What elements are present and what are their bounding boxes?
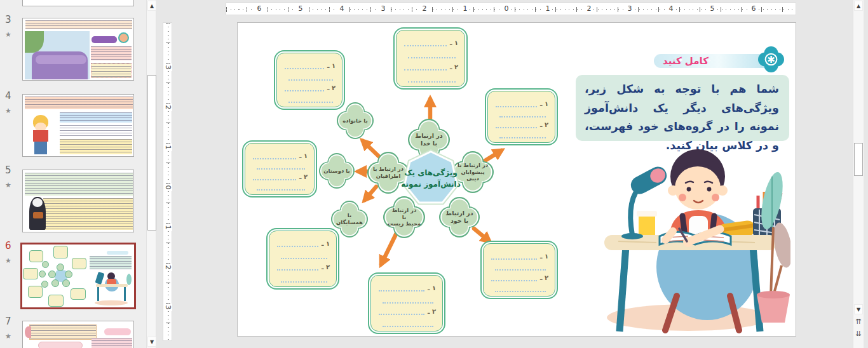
- v-ruler-label: 2: [163, 104, 172, 111]
- thumbnail-art: [48, 271, 56, 278]
- dotted-blank: [499, 131, 546, 138]
- slide-4-thumbnail[interactable]: [22, 94, 134, 157]
- answer-box-environment[interactable]: ۱ ـ ۲ ـ: [368, 272, 445, 334]
- slide-thumbnail-panel: 3 ★ 4 ★ 5 ★: [0, 0, 146, 348]
- thumbnail-art: [32, 198, 43, 207]
- answer-line: [379, 293, 436, 304]
- answer-line: ۱ ـ: [285, 58, 336, 69]
- h-ruler-label: 4: [667, 4, 675, 13]
- dotted-blank: [253, 152, 296, 159]
- answer-box-family[interactable]: ۱ ـ ۲ ـ: [274, 50, 345, 110]
- previous-slide-button[interactable]: ⇈: [854, 317, 863, 327]
- dotted-blank: [496, 100, 537, 107]
- mindmap-node-friends[interactable]: با دوستان: [319, 153, 355, 189]
- h-ruler-label: 4: [337, 4, 346, 13]
- activity-badge[interactable]: ✱: [758, 46, 784, 72]
- answer-box-inner: ۱ ـ ۲ ـ: [396, 30, 465, 87]
- dotted-blank: [379, 284, 424, 291]
- thumbnail-art: [95, 272, 104, 284]
- mindmap-node-family[interactable]: با خانواده: [337, 102, 374, 139]
- dotted-blank: [408, 75, 456, 83]
- thumbnail-art: [60, 112, 132, 123]
- scroll-down-button[interactable]: ▼: [147, 337, 156, 347]
- thumbnail-art: [51, 279, 59, 287]
- activity-title-banner[interactable]: ✦ ✧ کامل کنید: [654, 54, 772, 68]
- answer-box-self[interactable]: ۱ ـ ۲ ـ: [480, 241, 558, 299]
- answer-line: ۱ ـ: [491, 249, 548, 260]
- thumbnail-art: [104, 328, 131, 335]
- slide-6-number: 6: [5, 240, 20, 251]
- dotted-blank: [495, 284, 546, 292]
- dotted-blank: [257, 162, 305, 170]
- thumbnail-art: [97, 287, 99, 301]
- thumbnail-art: [118, 32, 129, 43]
- node-label: در ارتباط با اطرافیان: [373, 166, 403, 179]
- dotted-blank: [379, 307, 424, 315]
- answer-line: ۱ ـ: [379, 281, 436, 291]
- scroll-down-button[interactable]: ▼: [854, 304, 863, 314]
- answer-box-inner: ۱ ـ ۲ ـ: [245, 143, 315, 195]
- dotted-blank: [496, 121, 537, 128]
- answer-line: [496, 128, 548, 139]
- thumbnail-art: [53, 246, 68, 258]
- answer-box-inner: ۱ ـ ۲ ـ: [276, 53, 342, 107]
- thumbnail-art: [29, 250, 43, 262]
- answer-box-god[interactable]: ۱ ـ ۲ ـ: [393, 27, 468, 90]
- answer-box-inner: ۱ ـ ۲ ـ: [483, 243, 555, 297]
- thumbnail-art: [43, 198, 133, 230]
- dotted-blank: [491, 252, 537, 260]
- scroll-up-button[interactable]: ▲: [147, 1, 156, 11]
- instruction-text-box[interactable]: شما هم با توجه به شکل زیر، ویژگی‌های دیگ…: [576, 75, 789, 141]
- thumbnail-panel-scrollbar[interactable]: ▲ ▼: [146, 0, 156, 348]
- slide-6-thumbnail-selected[interactable]: [20, 243, 136, 309]
- thumbnail-art: [72, 258, 86, 269]
- slide-5-thumbnail[interactable]: [22, 170, 134, 232]
- item-number: ۲ ـ: [540, 121, 548, 128]
- next-slide-button[interactable]: ⇊: [854, 329, 863, 339]
- answer-line: [404, 48, 458, 58]
- slide-2-thumbnail-partial[interactable]: [22, 0, 134, 6]
- slide-3-number: 3: [5, 14, 20, 25]
- h-ruler-label: 0: [502, 4, 511, 13]
- thumbnail-scrollbar-thumb[interactable]: [147, 75, 156, 231]
- slide-7-thumbnail[interactable]: [22, 321, 134, 348]
- thumbnail-art: [25, 20, 132, 29]
- answer-line: [491, 260, 548, 271]
- answer-box-inner: ۱ ـ ۲ ـ: [487, 91, 555, 143]
- answer-box-religious-leaders[interactable]: ۱ ـ ۲ ـ: [485, 88, 558, 145]
- v-ruler-label: 3: [163, 64, 172, 71]
- node-label: در ارتباط با محیط زیست: [388, 207, 421, 227]
- thumbnail-art: [57, 264, 64, 271]
- item-number: ۱ ـ: [540, 100, 548, 107]
- thumbnail-art: [25, 173, 133, 196]
- answer-box-neighbors[interactable]: ۱ ـ ۲ ـ: [266, 228, 339, 290]
- thumbnail-art: [62, 279, 70, 287]
- thumbnail-art: [38, 342, 83, 348]
- dotted-blank: [277, 239, 318, 247]
- mindmap-center-topic[interactable]: ویژگی‌های یک دانش‌آموز نمونه: [400, 148, 461, 209]
- sparkle-icon: ✦: [678, 57, 683, 64]
- thumbnail-art: [48, 295, 64, 307]
- node-label: با دوستان: [323, 168, 349, 175]
- main-scrollbar[interactable]: ▲ ▼ ⇈ ⇊: [853, 0, 864, 348]
- main-scrollbar-thumb[interactable]: [854, 143, 863, 176]
- answer-line: [496, 107, 548, 118]
- answer-line: ۱ ـ: [277, 236, 330, 247]
- h-ruler-label: 3: [625, 4, 634, 13]
- thumbnail-art: [25, 97, 133, 109]
- thumbnail-art: [96, 284, 128, 287]
- answer-line: ۱ ـ: [496, 97, 548, 107]
- scroll-up-button[interactable]: ▲: [854, 1, 863, 11]
- answer-line: ۲ ـ: [285, 81, 336, 91]
- dotted-blank: [277, 263, 318, 271]
- node-label: در ارتباط با خود: [445, 210, 473, 225]
- node-label: با همسایگان: [336, 212, 363, 225]
- student-writing-illustration[interactable]: [592, 145, 790, 335]
- slide-3-thumbnail[interactable]: [22, 18, 134, 81]
- horizontal-ruler: 6 5 4 3 2 1 0 1 2 3 4 5 6: [226, 3, 796, 15]
- slide-5-number: 5: [5, 164, 20, 176]
- answer-box-friends[interactable]: ۱ ـ ۲ ـ: [242, 140, 317, 197]
- presentation-editor-window: 3 ★ 4 ★ 5 ★: [0, 0, 868, 348]
- animation-star-icon: ★: [5, 107, 18, 115]
- thumbnail-art: [92, 36, 117, 43]
